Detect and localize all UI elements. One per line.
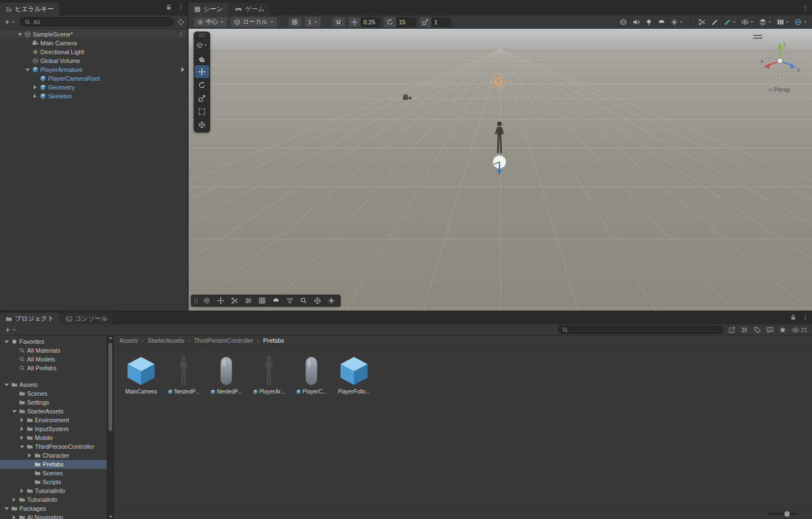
effects-toggle-button[interactable] xyxy=(658,18,665,26)
move-snap-field[interactable]: 0.25 xyxy=(348,17,381,27)
cutter-button[interactable] xyxy=(228,296,240,306)
tree-item[interactable]: Scenes xyxy=(0,469,107,478)
scissors-tool-button[interactable] xyxy=(698,18,706,26)
slider-knob[interactable] xyxy=(784,511,790,517)
create-button[interactable] xyxy=(3,326,17,334)
rotate-snap-value[interactable]: 15 xyxy=(396,17,416,27)
favorite-star-icon[interactable] xyxy=(779,326,787,334)
tree-item[interactable]: All Prefabs xyxy=(0,364,107,373)
expand-arrow[interactable] xyxy=(11,515,17,519)
breadcrumb-item[interactable]: StarterAssets xyxy=(148,337,184,344)
move-snap-value[interactable]: 0.25 xyxy=(361,17,381,27)
expand-arrow[interactable] xyxy=(24,69,30,71)
tree-item[interactable]: TutorialInfo xyxy=(0,486,107,495)
hierarchy-item[interactable]: Global Volume xyxy=(0,56,188,65)
cameras-dropdown[interactable] xyxy=(777,18,789,26)
rotate-tool-button[interactable] xyxy=(195,78,209,91)
lock-icon[interactable] xyxy=(790,314,797,321)
audio-toggle-button[interactable] xyxy=(632,18,640,26)
tree-item[interactable]: Character xyxy=(0,451,107,460)
perspective-label[interactable]: < Persp xyxy=(769,86,790,93)
lighting-toggle-button[interactable] xyxy=(645,18,653,26)
hierarchy-search-input[interactable] xyxy=(33,19,169,25)
expand-arrow[interactable] xyxy=(17,33,23,36)
scroll-up-arrow[interactable] xyxy=(107,337,113,339)
rect-tool-button[interactable] xyxy=(195,105,209,118)
transform-overlay-button[interactable] xyxy=(311,296,323,306)
expand-arrow[interactable] xyxy=(11,410,17,413)
create-button[interactable] xyxy=(3,18,17,26)
asset-item[interactable]: MainCamera xyxy=(123,352,159,395)
hand-tool-button[interactable] xyxy=(195,52,209,65)
tree-item[interactable]: Settings xyxy=(0,398,107,407)
move-overlay-button[interactable] xyxy=(215,296,226,306)
scrollbar-thumb[interactable] xyxy=(108,343,112,431)
effects-overlay-button[interactable] xyxy=(325,296,337,306)
tree-item[interactable]: StarterAssets xyxy=(0,407,107,416)
expand-arrow[interactable] xyxy=(3,507,9,510)
expand-arrow[interactable] xyxy=(3,340,9,343)
tab-game[interactable]: ゲーム xyxy=(229,3,270,15)
breadcrumb-item[interactable]: ThirdPersonController xyxy=(194,337,253,344)
asset-item[interactable]: PlayerFollo... xyxy=(336,352,372,395)
tree-item[interactable]: ThirdPersonController xyxy=(0,442,107,451)
tree-item[interactable]: InputSystem xyxy=(0,424,107,433)
player-character[interactable] xyxy=(492,119,507,156)
project-searchbox[interactable] xyxy=(558,326,723,334)
lightprobe-button[interactable] xyxy=(284,296,295,306)
hierarchy-item[interactable]: Directional Light xyxy=(0,48,188,56)
filter-type-icon[interactable] xyxy=(741,326,748,334)
search-pick-icon[interactable] xyxy=(177,18,185,26)
tree-item-favorites[interactable]: Favorites xyxy=(0,337,107,346)
sliders-button[interactable] xyxy=(242,296,254,306)
tab-hierarchy[interactable]: ヒエラルキー xyxy=(0,3,59,15)
scene-kebab-icon[interactable] xyxy=(178,31,184,38)
tab-project[interactable]: プロジェクト xyxy=(0,313,60,324)
asset-item[interactable]: NestedP... xyxy=(209,352,244,395)
tree-scrollbar[interactable] xyxy=(107,335,113,519)
expand-arrow[interactable] xyxy=(19,418,25,422)
tree-item[interactable]: AI Navigation xyxy=(0,513,107,519)
project-search-input[interactable] xyxy=(571,327,719,333)
log-bubble-icon[interactable] xyxy=(766,326,774,334)
scene-viewport[interactable]: y x z < Persp xyxy=(189,29,812,311)
expand-arrow[interactable] xyxy=(19,489,25,493)
hemisphere-button[interactable] xyxy=(270,296,282,306)
asset-item[interactable]: PlayerC... xyxy=(294,352,329,395)
tree-item-prefabs-selected[interactable]: Prefabs xyxy=(0,460,107,469)
scroll-down-arrow[interactable] xyxy=(107,516,113,518)
hierarchy-item[interactable]: Main Camera xyxy=(0,39,188,48)
thumbnail-size-slider[interactable] xyxy=(768,513,798,515)
overlay-drag-handle[interactable] xyxy=(195,297,197,304)
tab-scene[interactable]: シーン xyxy=(189,3,228,15)
scale-snap-value[interactable]: 1 xyxy=(431,17,451,27)
scale-snap-field[interactable]: 1 xyxy=(419,17,451,27)
tree-item[interactable]: TutorialInfo xyxy=(0,495,107,504)
transform-tool-button[interactable] xyxy=(195,118,209,131)
kebab-menu-icon[interactable] xyxy=(802,4,809,11)
paint-brush-dropdown[interactable] xyxy=(723,18,736,26)
overlay-drag-handle[interactable] xyxy=(199,34,205,36)
grid-button[interactable] xyxy=(256,296,268,306)
tree-item[interactable]: All Models xyxy=(0,355,107,364)
tree-item-packages[interactable]: Packages xyxy=(0,504,107,513)
grid-visibility-button[interactable] xyxy=(289,17,301,27)
hierarchy-item[interactable]: Geometry xyxy=(0,83,188,92)
expand-arrow[interactable] xyxy=(11,497,17,502)
move-gizmo[interactable] xyxy=(491,154,508,175)
snap-toggle-button[interactable] xyxy=(332,17,345,27)
tree-item[interactable]: Mobile xyxy=(0,433,107,442)
open-search-icon[interactable] xyxy=(728,326,736,334)
expand-arrow[interactable] xyxy=(3,384,9,386)
label-tag-icon[interactable] xyxy=(753,326,761,334)
camera-gizmo[interactable] xyxy=(402,94,412,101)
focus-button[interactable] xyxy=(201,296,212,306)
breadcrumb-item[interactable]: Assets xyxy=(119,337,138,344)
grid-size-dropdown[interactable]: 1 xyxy=(305,17,321,27)
hierarchy-item[interactable]: PlayerCameraRoot xyxy=(0,74,188,83)
lock-icon[interactable] xyxy=(165,4,172,11)
tree-item[interactable]: All Materials xyxy=(0,346,107,355)
view-options-button[interactable] xyxy=(195,39,209,51)
breadcrumb-item-current[interactable]: Prefabs xyxy=(263,337,284,344)
kebab-menu-icon[interactable] xyxy=(178,4,184,11)
